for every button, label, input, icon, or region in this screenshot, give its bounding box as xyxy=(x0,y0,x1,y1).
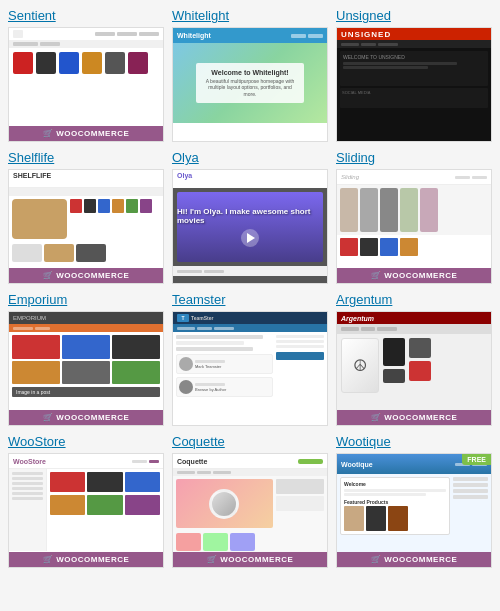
theme-whitelight-title[interactable]: Whitelight xyxy=(172,8,328,23)
theme-wootique[interactable]: Wootique FREE Wootique Welcome Fea xyxy=(336,434,492,568)
theme-coquette[interactable]: Coquette Coquette xyxy=(172,434,328,568)
theme-teamster[interactable]: Teamster T TeamSter xyxy=(172,292,328,426)
wootique-woo-label: WOOCOMMERCE xyxy=(384,555,457,564)
emporium-woo-badge: 🛒 WOOCOMMERCE xyxy=(9,410,163,425)
theme-teamster-title[interactable]: Teamster xyxy=(172,292,328,307)
theme-sentient-preview[interactable]: 🛒 WOOCOMMERCE xyxy=(8,27,164,142)
shelflife-woo-badge: 🛒 WOOCOMMERCE xyxy=(9,268,163,283)
shelflife-woo-label: WOOCOMMERCE xyxy=(56,271,129,280)
coquette-woo-label: WOOCOMMERCE xyxy=(220,555,293,564)
theme-sliding-preview[interactable]: Sliding xyxy=(336,169,492,284)
sentient-woo-label: WOOCOMMERCE xyxy=(56,129,129,138)
argentum-woo-label: WOOCOMMERCE xyxy=(384,413,457,422)
theme-emporium-preview[interactable]: EMPORIUM Image in a post xyxy=(8,311,164,426)
sliding-woo-badge: 🛒 WOOCOMMERCE xyxy=(337,268,491,283)
theme-shelflife[interactable]: Shelflife SHELFLIFE xyxy=(8,150,164,284)
theme-whitelight[interactable]: Whitelight Whitelight Welcome to Whiteli… xyxy=(172,8,328,142)
wootique-woo-badge: 🛒 WOOCOMMERCE xyxy=(337,552,491,567)
argentum-woo-badge: 🛒 WOOCOMMERCE xyxy=(337,410,491,425)
theme-sentient[interactable]: Sentient xyxy=(8,8,164,142)
theme-coquette-preview[interactable]: Coquette xyxy=(172,453,328,568)
theme-argentum-preview[interactable]: Argentum ☮ xyxy=(336,311,492,426)
theme-woostore-title[interactable]: WooStore xyxy=(8,434,164,449)
emporium-woo-label: WOOCOMMERCE xyxy=(56,413,129,422)
emporium-cart-icon: 🛒 xyxy=(43,413,54,422)
theme-argentum-title[interactable]: Argentum xyxy=(336,292,492,307)
theme-wootique-title[interactable]: Wootique xyxy=(336,434,492,449)
theme-wootique-preview[interactable]: FREE Wootique Welcome Featured Products xyxy=(336,453,492,568)
theme-shelflife-title[interactable]: Shelflife xyxy=(8,150,164,165)
theme-woostore-preview[interactable]: WooStore xyxy=(8,453,164,568)
theme-unsigned-title[interactable]: Unsigned xyxy=(336,8,492,23)
theme-argentum[interactable]: Argentum Argentum ☮ xyxy=(336,292,492,426)
theme-olya-title[interactable]: Olya xyxy=(172,150,328,165)
theme-shelflife-preview[interactable]: SHELFLIFE xyxy=(8,169,164,284)
coquette-cart-icon: 🛒 xyxy=(207,555,218,564)
wootique-free-badge: FREE xyxy=(462,454,491,465)
theme-sliding-title[interactable]: Sliding xyxy=(336,150,492,165)
theme-unsigned-preview[interactable]: UNSIGNED WELCOME TO UNSIGNED SOCI xyxy=(336,27,492,142)
theme-unsigned[interactable]: Unsigned UNSIGNED WELCOME TO UNSIGNED xyxy=(336,8,492,142)
shelflife-cart-icon: 🛒 xyxy=(43,271,54,280)
wootique-cart-icon: 🛒 xyxy=(371,555,382,564)
theme-whitelight-preview[interactable]: Whitelight Welcome to Whitelight! A beau… xyxy=(172,27,328,142)
sentient-cart-icon: 🛒 xyxy=(43,129,54,138)
argentum-cart-icon: 🛒 xyxy=(371,413,382,422)
theme-emporium-title[interactable]: Emporium xyxy=(8,292,164,307)
theme-olya[interactable]: Olya Olya Hi! I'm Olya. I make awesome s… xyxy=(172,150,328,284)
theme-olya-preview[interactable]: Olya Hi! I'm Olya. I make awesome short … xyxy=(172,169,328,284)
woostore-cart-icon: 🛒 xyxy=(43,555,54,564)
sliding-cart-icon: 🛒 xyxy=(371,271,382,280)
sentient-logo-icon xyxy=(13,30,23,38)
coquette-woo-badge: 🛒 WOOCOMMERCE xyxy=(173,552,327,567)
sentient-woo-badge: 🛒 WOOCOMMERCE xyxy=(9,126,163,141)
olya-play-button[interactable] xyxy=(241,229,259,247)
theme-teamster-preview[interactable]: T TeamSter xyxy=(172,311,328,426)
theme-emporium[interactable]: Emporium EMPORIUM xyxy=(8,292,164,426)
theme-woostore[interactable]: WooStore WooStore xyxy=(8,434,164,568)
theme-coquette-title[interactable]: Coquette xyxy=(172,434,328,449)
themes-grid: Sentient xyxy=(0,0,500,576)
theme-sliding[interactable]: Sliding Sliding xyxy=(336,150,492,284)
woostore-woo-badge: 🛒 WOOCOMMERCE xyxy=(9,552,163,567)
theme-sentient-title[interactable]: Sentient xyxy=(8,8,164,23)
woostore-woo-label: WOOCOMMERCE xyxy=(56,555,129,564)
sliding-woo-label: WOOCOMMERCE xyxy=(384,271,457,280)
